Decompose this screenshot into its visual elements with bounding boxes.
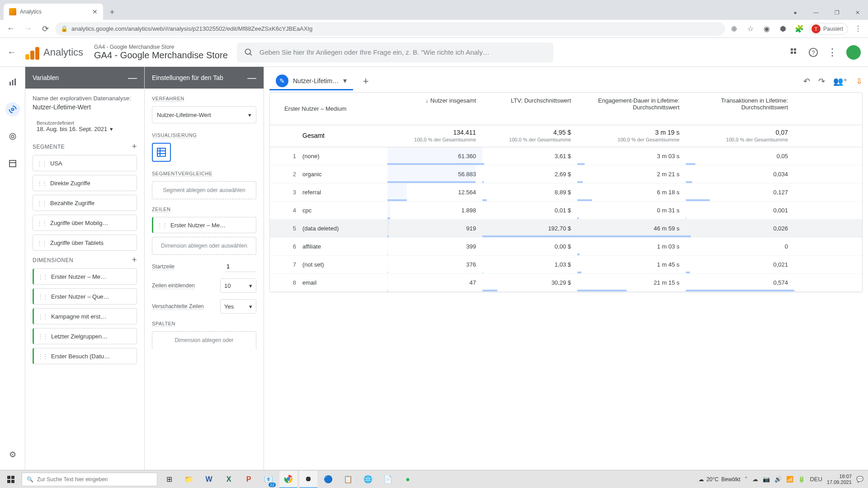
- collapse-icon[interactable]: —: [247, 73, 256, 83]
- segment-chip[interactable]: ⋮⋮Bezahlte Zugriffe: [33, 195, 137, 211]
- battery-icon[interactable]: 🔋: [798, 476, 805, 483]
- url-input[interactable]: 🔒 analytics.google.com/analytics/web/#/a…: [55, 22, 725, 36]
- date-range-picker[interactable]: Benutzerdefiniert 18. Aug. bis 16. Sept.…: [33, 117, 137, 136]
- segment-chip[interactable]: ⋮⋮Direkte Zugriffe: [33, 175, 137, 191]
- table-row[interactable]: 7(not set)3761,03 $1 m 45 s0,021: [270, 256, 862, 274]
- table-row[interactable]: 3referral12.5648,89 $6 m 18 s0,127: [270, 183, 862, 202]
- table-row[interactable]: 5(data deleted)919192,70 $46 m 59 s0,026: [270, 220, 862, 238]
- weather-widget[interactable]: ☁ 20°C Bewölkt: [698, 476, 741, 483]
- chrome-icon[interactable]: [279, 471, 297, 488]
- word-icon[interactable]: W: [200, 471, 218, 488]
- dimension-chip[interactable]: ⋮⋮Letzter Zielgruppen…: [33, 328, 137, 344]
- table-row[interactable]: 6affiliate3990,00 $1 m 03 s0: [270, 238, 862, 256]
- taskbar-search[interactable]: 🔍 Zur Suche Text hier eingeben: [22, 473, 157, 486]
- rail-explore-icon[interactable]: [5, 102, 20, 117]
- notepad-icon[interactable]: 📄: [379, 471, 397, 488]
- redo-icon[interactable]: ↷: [818, 76, 825, 86]
- share-icon[interactable]: 👥⁺: [833, 76, 848, 86]
- segment-chip[interactable]: ⋮⋮USA: [33, 155, 137, 171]
- edge-icon[interactable]: 🌐: [359, 471, 377, 488]
- more-menu-icon[interactable]: ⋮: [827, 47, 837, 58]
- browser-tab[interactable]: Analytics ✕: [4, 4, 103, 20]
- account-dot-icon[interactable]: ●: [785, 5, 806, 20]
- report-tab[interactable]: ✎ Nutzer-Lifetim… ▾: [269, 72, 353, 90]
- meet-now-icon[interactable]: 📷: [763, 476, 770, 483]
- kebab-menu-icon[interactable]: ⋮: [852, 23, 864, 35]
- extension-icon-2[interactable]: ⬢: [777, 23, 789, 35]
- row-dimension-chip[interactable]: ⋮⋮ Erster Nutzer – Me…: [152, 217, 256, 233]
- col-header-ltv[interactable]: LTV: Durchschnittswert: [482, 93, 577, 125]
- technique-select[interactable]: Nutzer-Lifetime-Wert ▾: [152, 106, 256, 123]
- visualization-table-icon[interactable]: [152, 143, 171, 162]
- table-row[interactable]: 8email4730,29 $21 m 15 s0,574: [270, 274, 862, 292]
- spotify-icon[interactable]: ●: [399, 471, 417, 488]
- mail-icon[interactable]: 📧22: [259, 471, 278, 488]
- dimension-chip[interactable]: ⋮⋮Erster Besuch (Datu…: [33, 348, 137, 364]
- table-row[interactable]: 2organic56.8832,69 $2 m 21 s0,034: [270, 165, 862, 183]
- nested-rows-select[interactable]: Yes▾: [220, 299, 256, 314]
- add-tab-button[interactable]: +: [357, 72, 375, 90]
- segment-chip[interactable]: ⋮⋮Zugriffe über Tablets: [33, 235, 137, 251]
- volume-icon[interactable]: 🔊: [774, 476, 782, 483]
- task-view-icon[interactable]: ⊞: [160, 471, 178, 488]
- bookmark-icon[interactable]: ☆: [744, 23, 757, 35]
- add-segment-icon[interactable]: +: [132, 142, 137, 151]
- notifications-icon[interactable]: 💬: [856, 476, 863, 483]
- user-avatar[interactable]: [846, 45, 861, 60]
- powerpoint-icon[interactable]: P: [240, 471, 258, 488]
- show-rows-select[interactable]: 10▾: [220, 278, 256, 293]
- undo-icon[interactable]: ↶: [803, 76, 810, 86]
- nav-back-icon[interactable]: ←: [7, 47, 25, 57]
- explorer-icon[interactable]: 📁: [180, 471, 198, 488]
- table-row[interactable]: 1(none)61.3603,61 $3 m 03 s0,05: [270, 147, 862, 165]
- extension-icon[interactable]: ◉: [760, 23, 773, 35]
- segment-chip[interactable]: ⋮⋮Zugriffe über Mobilg…: [33, 215, 137, 231]
- obs-icon[interactable]: ⏺: [299, 471, 317, 488]
- col-header-transactions[interactable]: Transaktionen in Lifetime: Durchschnitts…: [686, 93, 794, 125]
- onedrive-icon[interactable]: ☁: [752, 476, 758, 483]
- reload-icon[interactable]: ⟳: [38, 22, 52, 36]
- clock[interactable]: 18:07 17.09.2021: [827, 474, 852, 484]
- new-tab-button[interactable]: +: [106, 6, 118, 19]
- wifi-icon[interactable]: 📶: [786, 476, 793, 483]
- segment-dropzone[interactable]: Segment ablegen oder auswählen: [152, 181, 256, 199]
- row-dimension-dropzone[interactable]: Dimension ablegen oder auswählen: [152, 237, 256, 255]
- dimension-chip[interactable]: ⋮⋮Kampagne mit erst…: [33, 308, 137, 324]
- table-row[interactable]: 4cpc1.8980,01 $0 m 31 s0,001: [270, 202, 862, 220]
- zoom-icon[interactable]: ⊕: [728, 23, 741, 35]
- start-button[interactable]: [0, 476, 22, 483]
- dimension-chip[interactable]: ⋮⋮Erster Nutzer – Que…: [33, 288, 137, 305]
- analysis-name-value[interactable]: Nutzer-Lifetime-Wert: [33, 103, 137, 111]
- rail-configure-icon[interactable]: [5, 156, 20, 171]
- close-window-icon[interactable]: ✕: [847, 5, 868, 20]
- back-icon[interactable]: ←: [4, 22, 18, 36]
- apps-grid-icon[interactable]: [790, 48, 799, 57]
- dimension-chip[interactable]: ⋮⋮Erster Nutzer – Me…: [33, 268, 137, 285]
- col-header-users[interactable]: ↓Nutzer insgesamt: [387, 93, 482, 125]
- collapse-icon[interactable]: —: [128, 73, 137, 83]
- start-row-input[interactable]: [225, 261, 256, 272]
- maximize-icon[interactable]: ❐: [826, 5, 847, 20]
- app-icon-2[interactable]: 📋: [339, 471, 357, 488]
- excel-icon[interactable]: X: [220, 471, 238, 488]
- export-icon[interactable]: ⇩: [856, 76, 863, 86]
- help-icon[interactable]: ?: [808, 47, 818, 57]
- property-selector[interactable]: GA4 - Google Merchandise Store GA4 - Goo…: [94, 44, 228, 61]
- tray-chevron-icon[interactable]: ˄: [745, 476, 748, 483]
- col-header-engagement[interactable]: Engagement-Dauer in Lifetime: Durchschni…: [577, 93, 686, 125]
- rail-admin-icon[interactable]: ⚙: [5, 447, 20, 462]
- rail-advertising-icon[interactable]: [5, 129, 20, 144]
- close-tab-icon[interactable]: ✕: [92, 8, 98, 15]
- profile-paused-pill[interactable]: T Pausiert: [809, 23, 848, 35]
- extensions-menu-icon[interactable]: 🧩: [793, 23, 806, 35]
- rail-reports-icon[interactable]: [5, 75, 20, 89]
- language-indicator[interactable]: DEU: [810, 476, 822, 483]
- chevron-down-icon[interactable]: ▾: [343, 76, 347, 85]
- add-dimension-icon[interactable]: +: [132, 255, 137, 265]
- minimize-icon[interactable]: —: [806, 5, 826, 20]
- app-icon-1[interactable]: 🔵: [319, 471, 337, 488]
- property-title: GA4 - Google Merchandise Store: [94, 50, 228, 61]
- col-header-dimension[interactable]: Erster Nutzer – Medium: [270, 93, 387, 125]
- search-input[interactable]: Geben Sie hier Ihr Anliegen oder Ihre Fr…: [237, 42, 553, 62]
- column-dimension-dropzone[interactable]: Dimension ablegen oder: [152, 331, 256, 349]
